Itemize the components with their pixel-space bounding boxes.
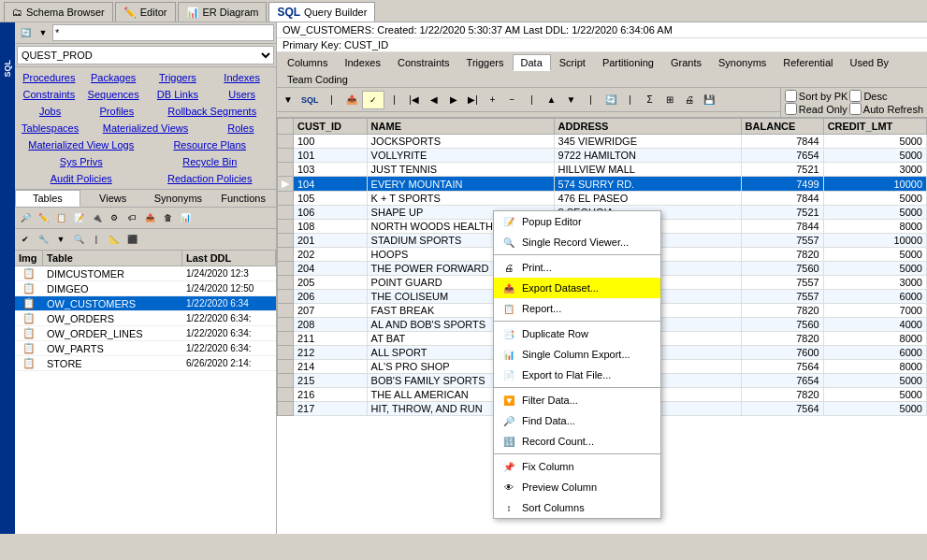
tbl-icon8[interactable]: 📤: [141, 209, 158, 226]
nav-redactionpolicies[interactable]: Redaction Policies: [146, 170, 275, 187]
tab-tables[interactable]: Tables: [15, 190, 80, 207]
tbl2-icon1[interactable]: ✔: [17, 231, 34, 248]
context-menu-item-export-flat[interactable]: 📄 Export to Flat File...: [494, 365, 660, 385]
nav-constraints[interactable]: Constraints: [17, 86, 81, 103]
dt-print[interactable]: 🖨: [680, 91, 699, 109]
tab-partitioning[interactable]: Partitioning: [594, 54, 662, 71]
tab-referential[interactable]: Referential: [775, 54, 841, 71]
tbl-icon10[interactable]: 📊: [177, 209, 194, 226]
tab-synonyms[interactable]: Synonyms: [146, 190, 211, 207]
context-menu-item-find-data[interactable]: 🔎 Find Data...: [494, 410, 660, 431]
nav-recyclebin[interactable]: Recycle Bin: [146, 153, 275, 170]
dt-add[interactable]: +: [484, 91, 502, 109]
refresh-btn[interactable]: 🔄: [17, 24, 34, 41]
readonly-checkbox[interactable]: [785, 103, 797, 115]
table-list-row[interactable]: 📋 DIMCUSTOMER 1/24/2020 12:3: [15, 266, 276, 281]
tbl2-icon5[interactable]: |: [88, 231, 105, 248]
context-menu-item-filter-data[interactable]: 🔽 Filter Data...: [494, 390, 660, 410]
context-menu-item-print[interactable]: 🖨 Print...: [494, 257, 660, 278]
table-list-row[interactable]: 📋 OW_PARTS 1/22/2020 6:34:: [15, 341, 276, 356]
dt-play[interactable]: ▶: [444, 91, 463, 109]
table-list-row[interactable]: 📋 OW_ORDER_LINES 1/22/2020 6:34:: [15, 326, 276, 341]
nav-profiles[interactable]: Profiles: [83, 103, 150, 120]
dt-next[interactable]: ▶|: [464, 91, 483, 109]
dt-export[interactable]: 📤: [342, 91, 361, 109]
dt-up[interactable]: ▲: [543, 91, 561, 109]
nav-roles[interactable]: Roles: [208, 120, 274, 136]
nav-triggers[interactable]: Triggers: [146, 69, 210, 86]
table-list-row[interactable]: 📋 OW_CUSTOMERS 1/22/2020 6:34: [15, 296, 276, 311]
dt-filter[interactable]: ▼: [279, 91, 297, 109]
col-img[interactable]: Img: [15, 251, 43, 266]
filter-btn[interactable]: ▼: [35, 24, 51, 41]
dt-refresh[interactable]: 🔄: [601, 91, 620, 109]
tab-er-diagram[interactable]: 📊 ER Diagram: [178, 2, 268, 22]
tbl2-icon3[interactable]: ▼: [52, 231, 69, 248]
tbl2-icon6[interactable]: 📐: [106, 231, 123, 248]
context-menu-item-duplicate-row[interactable]: 📑 Duplicate Row: [494, 323, 660, 344]
nav-indexes[interactable]: Indexes: [210, 69, 274, 86]
table-row[interactable]: ▶ 104 EVERY MOUNTAIN 574 SURRY RD. 7499 …: [278, 177, 927, 192]
tbl-icon9[interactable]: 🗑: [159, 209, 176, 226]
table-list-row[interactable]: 📋 STORE 6/26/2020 2:14:: [15, 356, 276, 371]
tbl-icon2[interactable]: ✏️: [35, 209, 51, 226]
context-menu-item-record-count[interactable]: 🔢 Record Count...: [494, 431, 660, 452]
nav-sysprivs[interactable]: Sys Privs: [17, 153, 146, 170]
tbl2-icon4[interactable]: 🔍: [70, 231, 87, 248]
tab-synonyms[interactable]: Synonyms: [710, 54, 775, 71]
nav-sequences[interactable]: Sequences: [81, 86, 146, 103]
tbl2-icon7[interactable]: ⬛: [123, 231, 140, 248]
th-balance[interactable]: BALANCE: [741, 119, 823, 135]
tab-used-by[interactable]: Used By: [842, 54, 898, 71]
tab-functions[interactable]: Functions: [210, 190, 276, 207]
search-input[interactable]: *: [52, 24, 274, 41]
tab-query-builder[interactable]: SQL Query Builder: [268, 2, 375, 22]
nav-users[interactable]: Users: [210, 86, 274, 103]
tbl-icon1[interactable]: 🔎: [17, 209, 34, 226]
th-name[interactable]: NAME: [367, 119, 554, 135]
context-menu-item-single-record[interactable]: 🔍 Single Record Viewer...: [494, 232, 660, 252]
tab-script[interactable]: Script: [551, 54, 594, 71]
nav-matviewlogs[interactable]: Materialized View Logs: [17, 136, 146, 153]
nav-jobs[interactable]: Jobs: [17, 103, 83, 120]
nav-matviews[interactable]: Materialized Views: [83, 120, 208, 136]
tbl-icon6[interactable]: ⚙: [106, 209, 123, 226]
th-cust-id[interactable]: CUST_ID: [294, 119, 368, 135]
dt-sql[interactable]: SQL: [298, 91, 322, 109]
tab-views[interactable]: Views: [80, 190, 146, 207]
schema-select[interactable]: QUEST_PROD: [17, 46, 274, 65]
tab-editor[interactable]: ✏️ Editor: [115, 2, 176, 22]
dt-commit[interactable]: ✓: [362, 91, 384, 109]
context-menu-item-fix-column[interactable]: 📌 Fix Column: [494, 456, 660, 477]
tab-triggers[interactable]: Triggers: [458, 54, 513, 71]
context-menu-item-single-col-export[interactable]: 📊 Single Column Export...: [494, 344, 660, 365]
table-row[interactable]: 101 VOLLYRITE 9722 HAMILTON 7654 5000: [278, 149, 927, 163]
autorefresh-checkbox[interactable]: [849, 103, 862, 115]
nav-resourceplans[interactable]: Resource Plans: [146, 136, 275, 153]
sortpk-checkbox[interactable]: [785, 90, 797, 102]
tab-schema-browser[interactable]: 🗂 Schema Browser: [4, 2, 113, 22]
nav-procedures[interactable]: Procedures: [17, 69, 81, 86]
tab-columns[interactable]: Columns: [279, 54, 336, 71]
nav-dblinks[interactable]: DB Links: [146, 86, 210, 103]
dt-save[interactable]: 💾: [700, 91, 718, 109]
tbl2-icon2[interactable]: 🔧: [35, 231, 51, 248]
nav-packages[interactable]: Packages: [81, 69, 146, 86]
tab-indexes[interactable]: Indexes: [336, 54, 389, 71]
tbl-icon3[interactable]: 📋: [52, 209, 69, 226]
nav-rollback[interactable]: Rollback Segments: [151, 103, 275, 120]
tab-data[interactable]: Data: [513, 54, 551, 71]
table-list-row[interactable]: 📋 OW_ORDERS 1/22/2020 6:34:: [15, 311, 276, 326]
tbl-icon5[interactable]: 🔌: [88, 209, 105, 226]
nav-tablespaces[interactable]: Tablespaces: [17, 120, 83, 136]
tab-constraints[interactable]: Constraints: [389, 54, 458, 71]
dt-first[interactable]: |◀: [405, 91, 424, 109]
dt-down[interactable]: ▼: [562, 91, 581, 109]
col-lastddl[interactable]: Last DDL: [182, 251, 276, 266]
dt-prev[interactable]: ◀: [425, 91, 443, 109]
tbl-icon4[interactable]: 📝: [70, 209, 87, 226]
table-row[interactable]: 105 K + T SPORTS 476 EL PASEO 7844 5000: [278, 192, 927, 206]
context-menu-item-preview-column[interactable]: 👁 Preview Column: [494, 477, 660, 497]
th-address[interactable]: ADDRESS: [554, 119, 741, 135]
nav-auditpolicies[interactable]: Audit Policies: [17, 170, 146, 187]
